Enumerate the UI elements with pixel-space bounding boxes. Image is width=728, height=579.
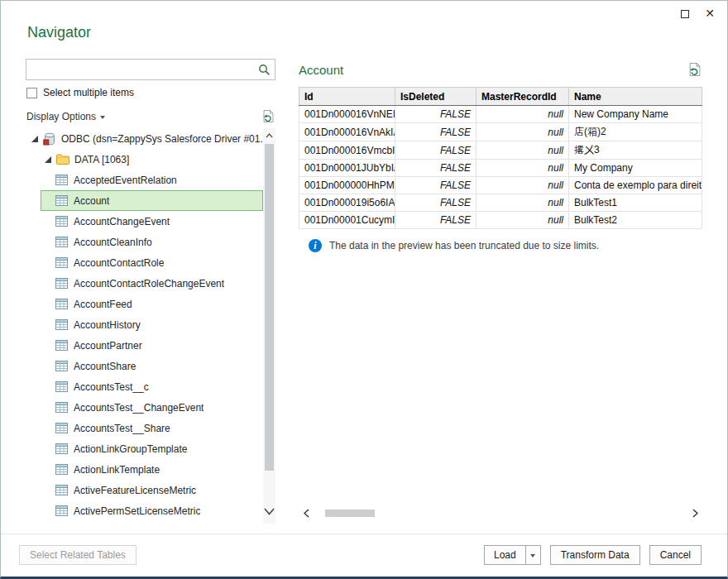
scrollbar-thumb[interactable] bbox=[265, 144, 274, 471]
tree-item-label: AccountsTest__Share bbox=[74, 423, 170, 434]
table-icon bbox=[55, 216, 68, 227]
table-cell: null bbox=[477, 123, 569, 141]
select-multiple-label: Select multiple items bbox=[43, 87, 134, 98]
table-icon bbox=[55, 505, 68, 516]
scrollbar-thumb[interactable] bbox=[325, 510, 375, 517]
select-multiple-checkbox[interactable] bbox=[26, 88, 37, 98]
search-icon[interactable] bbox=[253, 60, 275, 79]
tree-item-actionlinktemplate[interactable]: ActionLinkTemplate bbox=[41, 459, 263, 480]
truncation-notice-text: The data in the preview has been truncat… bbox=[329, 240, 599, 251]
scroll-up-icon[interactable] bbox=[263, 130, 275, 141]
page-title: Navigator bbox=[27, 24, 91, 41]
table-cell: 001Dn00001CucymIAB bbox=[299, 212, 395, 229]
tree-item-odbc-root[interactable]: ODBC (dsn=ZappySys Salesforce Driver #01… bbox=[26, 128, 263, 149]
scroll-left-icon[interactable] bbox=[299, 506, 314, 520]
refresh-preview-icon[interactable] bbox=[687, 62, 702, 77]
tree-item-actionlinkgrouptemplate[interactable]: ActionLinkGroupTemplate bbox=[41, 438, 263, 459]
column-header-masterrecordid[interactable]: MasterRecordId bbox=[477, 88, 569, 106]
table-cell: 001Dn00001JUbYbIAL bbox=[299, 160, 395, 177]
column-header-name[interactable]: Name bbox=[569, 88, 702, 106]
truncation-notice: i The data in the preview has been trunc… bbox=[309, 239, 599, 252]
tree-item-label: ODBC (dsn=ZappySys Salesforce Driver #01… bbox=[61, 133, 263, 145]
table-icon bbox=[55, 195, 68, 206]
table-icon bbox=[55, 237, 68, 247]
load-button[interactable]: Load bbox=[484, 545, 525, 565]
tree-item-data-folder[interactable]: DATA [1063] bbox=[26, 149, 263, 170]
tree-item-accountfeed[interactable]: AccountFeed bbox=[41, 294, 263, 314]
tree-item-label: AccountHistory bbox=[74, 319, 141, 331]
tree-item-acceptedeventrelation[interactable]: AcceptedEventRelation bbox=[41, 170, 263, 190]
table-cell: 001Dn000016VnAkIAK bbox=[299, 123, 395, 141]
tree-item-label: ActivePermSetLicenseMetric bbox=[74, 505, 200, 517]
tree-item-accountcleaninfo[interactable]: AccountCleanInfo bbox=[41, 232, 263, 252]
tree-item-account[interactable]: Account bbox=[41, 190, 263, 211]
display-options-label: Display Options bbox=[26, 111, 96, 122]
table-cell: FALSE bbox=[395, 212, 477, 229]
chevron-down-icon bbox=[100, 116, 105, 119]
table-icon bbox=[55, 361, 68, 371]
tree-scrollbar[interactable] bbox=[263, 128, 275, 524]
table-icon bbox=[55, 319, 68, 330]
table-cell: null bbox=[477, 106, 569, 123]
tree-item-accountstest__share[interactable]: AccountsTest__Share bbox=[41, 418, 263, 438]
tree-item-label: AcceptedEventRelation bbox=[74, 175, 177, 186]
display-options-dropdown[interactable]: Display Options bbox=[26, 111, 105, 122]
search-input[interactable] bbox=[26, 60, 253, 79]
table-cell: FALSE bbox=[395, 123, 477, 141]
select-related-tables-button[interactable]: Select Related Tables bbox=[19, 545, 136, 565]
tree-item-accountshare[interactable]: AccountShare bbox=[41, 356, 263, 376]
tree-item-accountchangeevent[interactable]: AccountChangeEvent bbox=[41, 211, 263, 232]
tree-item-accountstest__changeevent[interactable]: AccountsTest__ChangeEvent bbox=[41, 397, 263, 418]
table-cell: null bbox=[477, 141, 569, 160]
column-header-isdeleted[interactable]: IsDeleted bbox=[395, 88, 477, 106]
tree-item-activefeaturelicensemetric[interactable]: ActiveFeatureLicenseMetric bbox=[41, 480, 263, 500]
table-cell: Conta de exemplo para direitos bbox=[569, 177, 702, 194]
select-multiple-row[interactable]: Select multiple items bbox=[26, 87, 134, 98]
table-cell: FALSE bbox=[395, 194, 477, 212]
tree-item-label: AccountsTest__c bbox=[74, 381, 149, 393]
scroll-right-icon[interactable] bbox=[687, 506, 702, 520]
tree-item-accountcontactrole[interactable]: AccountContactRole bbox=[41, 252, 263, 273]
table-icon bbox=[55, 257, 68, 268]
maximize-button[interactable] bbox=[678, 7, 692, 22]
table-cell: BulkTest2 bbox=[569, 212, 702, 229]
tree-item-label: DATA [1063] bbox=[74, 154, 129, 165]
tree-item-label: AccountShare bbox=[74, 361, 136, 372]
tree-item-label: AccountPartner bbox=[74, 340, 142, 352]
tree-item-label: Account bbox=[74, 195, 109, 207]
scroll-down-icon[interactable] bbox=[263, 502, 275, 520]
table-cell: 001Dn000000HhPMuIAN bbox=[299, 177, 395, 194]
table-cell: My Company bbox=[569, 160, 702, 177]
refresh-icon[interactable] bbox=[261, 109, 275, 123]
footer: Select Related Tables Load Transform Dat… bbox=[1, 534, 727, 577]
tree-item-label: ActionLinkTemplate bbox=[74, 464, 160, 476]
table-icon bbox=[55, 402, 68, 413]
expander-icon[interactable] bbox=[31, 135, 38, 142]
load-dropdown-button[interactable] bbox=[525, 545, 541, 565]
table-cell: FALSE bbox=[395, 106, 477, 123]
table-icon bbox=[55, 485, 68, 495]
close-button[interactable]: ✕ bbox=[702, 6, 717, 21]
table-icon bbox=[55, 340, 68, 351]
preview-table: IdIsDeletedMasterRecordIdName 001Dn00001… bbox=[299, 87, 702, 229]
tree-item-accounthistory[interactable]: AccountHistory bbox=[41, 314, 263, 335]
tree-item-label: ActionLinkGroupTemplate bbox=[74, 443, 187, 455]
table-row: 001Dn000016VnAkIAKFALSEnull店(箱)2 bbox=[299, 123, 702, 141]
table-icon bbox=[55, 299, 68, 309]
cancel-button[interactable]: Cancel bbox=[649, 545, 702, 565]
tree-item-accountcontactrolechangeevent[interactable]: AccountContactRoleChangeEvent bbox=[41, 273, 263, 294]
table-row: 001Dn00001JUbYbIALFALSEnullMy Company bbox=[299, 160, 702, 177]
tree-item-activepermsetlicensemetric[interactable]: ActivePermSetLicenseMetric bbox=[41, 500, 263, 521]
preview-hscrollbar[interactable] bbox=[299, 506, 702, 520]
table-header-row: IdIsDeletedMasterRecordIdName bbox=[299, 88, 702, 106]
tree-item-accountpartner[interactable]: AccountPartner bbox=[41, 335, 263, 356]
expander-icon[interactable] bbox=[44, 156, 51, 163]
tree-item-accountstest__c[interactable]: AccountsTest__c bbox=[41, 376, 263, 397]
database-icon bbox=[43, 132, 56, 146]
column-header-id[interactable]: Id bbox=[299, 88, 395, 106]
table-cell: 001Dn000016VnNEIA0 bbox=[299, 106, 395, 123]
table-cell: 店(箱)2 bbox=[569, 123, 702, 141]
transform-data-button[interactable]: Transform Data bbox=[550, 545, 640, 565]
table-cell: null bbox=[477, 177, 569, 194]
table-icon bbox=[55, 175, 68, 185]
